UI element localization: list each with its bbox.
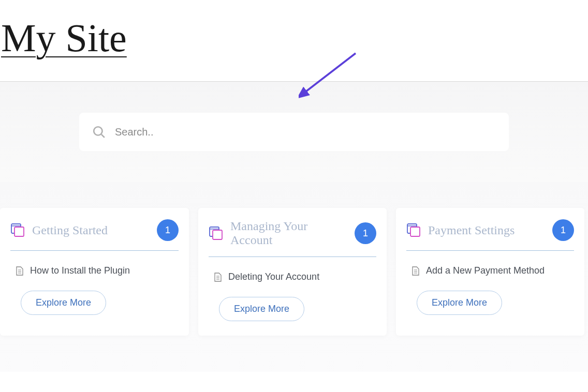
svg-rect-12 [210,229,219,230]
header: My Site [0,0,588,82]
docs-icon [406,223,421,237]
cards-section: Getting Started 1 How to Install the Plu… [0,182,588,372]
site-title[interactable]: My Site [0,16,588,61]
svg-rect-6 [11,225,21,227]
search-section [0,82,588,182]
card-header: Managing Your Account 1 [209,219,376,257]
card-article-link[interactable]: How to Install the Plugin [10,265,179,276]
count-badge: 1 [157,219,179,241]
explore-more-button[interactable]: Explore More [21,291,106,315]
svg-rect-17 [410,227,420,236]
card-payment-settings: Payment Settings 1 Add a New Payment Met… [396,208,584,336]
card-title: Getting Started [32,223,150,237]
docs-icon [10,223,25,237]
count-badge: 1 [552,219,574,241]
card-managing-account: Managing Your Account 1 Deleting Your Ac… [198,208,387,336]
explore-more-button[interactable]: Explore More [219,297,304,321]
docs-icon [209,226,223,240]
card-getting-started: Getting Started 1 How to Install the Plu… [0,208,189,336]
card-article-link[interactable]: Add a New Payment Method [406,265,574,276]
explore-more-button[interactable]: Explore More [417,291,502,315]
document-icon [411,266,420,276]
card-header: Getting Started 1 [10,219,179,251]
svg-rect-5 [14,227,24,236]
count-badge: 1 [355,222,376,244]
article-title: How to Install the Plugin [30,265,130,276]
article-title: Add a New Payment Method [426,265,545,276]
card-title: Managing Your Account [230,219,347,247]
search-icon [92,125,106,139]
svg-point-2 [94,127,102,135]
svg-rect-11 [213,230,222,239]
svg-rect-18 [407,225,417,227]
card-title: Payment Settings [428,223,545,237]
document-icon [16,266,24,276]
svg-line-3 [101,134,105,138]
search-input[interactable] [115,126,496,138]
search-box[interactable] [79,113,509,151]
article-title: Deleting Your Account [228,272,319,282]
card-header: Payment Settings 1 [406,219,574,251]
card-article-link[interactable]: Deleting Your Account [209,272,376,282]
document-icon [214,273,222,282]
